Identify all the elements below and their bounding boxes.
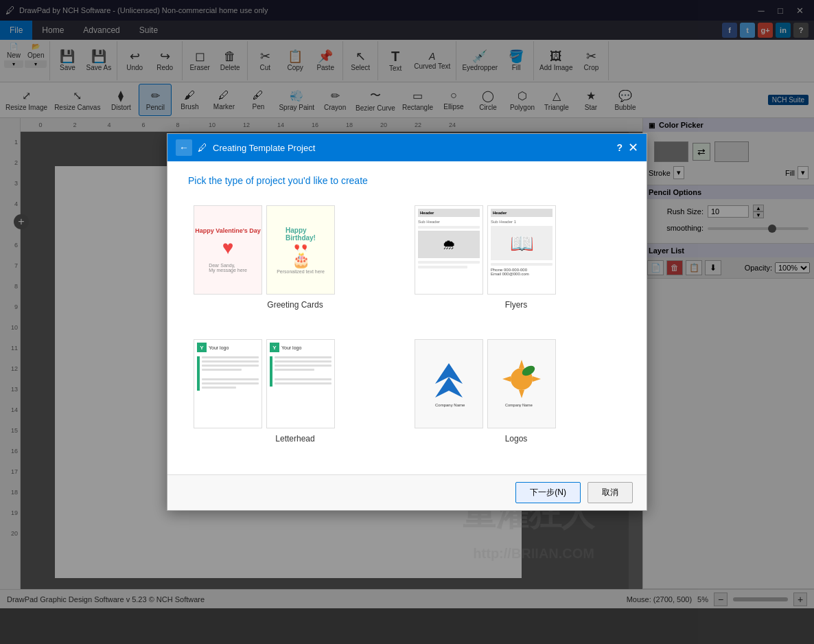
- letterhead-thumb-content-1: Y Your logo: [194, 340, 261, 428]
- letter-line: [202, 369, 242, 371]
- letterhead-label: Letterhead: [194, 434, 397, 444]
- letter-line: [202, 365, 259, 367]
- flyer-thumb-content-1: Header Sub Header 🌧: [415, 206, 482, 294]
- flyer-preview-2: Header Sub Header 1 📖 Phone 000-000-000E…: [488, 206, 555, 294]
- letterhead-preview-2: Y Your logo: [267, 340, 334, 428]
- letter-accent: [197, 356, 200, 391]
- dialog-titlebar: ← 🖊 Creating Template Project ? ✕: [167, 134, 647, 161]
- letter-line: [275, 365, 332, 367]
- dialog-overlay: ← 🖊 Creating Template Project ? ✕ Pick t…: [0, 0, 814, 644]
- flyer-line-4: [491, 263, 553, 266]
- birthday-preview: HappyBirthday! 🎈🎈 🎂 Personalized text he…: [267, 206, 334, 294]
- letter-line: [202, 360, 259, 363]
- flyer-img: 🌧: [418, 231, 480, 258]
- logos-thumbnails: Company Name: [415, 339, 618, 428]
- svg-marker-6: [502, 376, 511, 382]
- letterhead-category[interactable]: Y Your logo: [188, 334, 402, 461]
- flyers-label: Flyers: [415, 300, 618, 310]
- letter-body-2: [270, 356, 332, 387]
- flyer-thumb-1: Header Sub Header 🌧: [415, 205, 483, 295]
- flyers-thumbnails: Header Sub Header 🌧: [415, 205, 618, 295]
- letter-lines-2: [275, 356, 332, 387]
- flyer-line-2: [418, 261, 480, 264]
- letter-logo-1: Y Your logo: [197, 343, 259, 352]
- greeting-thumb-content-2: HappyBirthday! 🎈🎈 🎂 Personalized text he…: [267, 206, 334, 294]
- dialog-content: Pick the type of project you'd like to c…: [167, 161, 647, 474]
- logo-thumb-content-2: Company Name: [488, 340, 555, 428]
- dialog-close-button[interactable]: ✕: [628, 140, 638, 155]
- cake: 🎂: [292, 251, 310, 269]
- dialog-title-right: ? ✕: [616, 140, 638, 155]
- spacer: [202, 373, 259, 378]
- greeting-thumb-1: Happy Valentine's Day ♥ Dear Sandy,My me…: [194, 205, 262, 295]
- svg-marker-5: [519, 390, 524, 398]
- dialog-footer: 下一步(N) 取消: [167, 474, 647, 510]
- logo-thumb-1: Company Name: [415, 339, 483, 428]
- flyer-line-3: [418, 266, 467, 268]
- greeting-cards-thumbnails: Happy Valentine's Day ♥ Dear Sandy,My me…: [194, 205, 397, 295]
- letterhead-thumbnails: Y Your logo: [194, 339, 397, 428]
- flyer-info: Phone 000-000-000Email 000@000.com: [491, 268, 553, 276]
- letter-line: [202, 382, 259, 384]
- flyer-header-2: Header: [491, 209, 553, 217]
- letterhead-thumb-content-2: Y Your logo: [267, 340, 334, 428]
- letter-logo-mark: Y: [197, 343, 207, 352]
- dialog-prompt: Pick the type of project you'd like to c…: [188, 175, 626, 186]
- template-grid: Happy Valentine's Day ♥ Dear Sandy,My me…: [188, 200, 626, 461]
- svg-marker-7: [533, 376, 541, 382]
- letter-logo-mark-2: Y: [270, 343, 279, 352]
- dialog-title: Creating Template Project: [213, 143, 315, 153]
- flyer-line-1: [418, 226, 480, 229]
- flyer-header: Header: [418, 209, 480, 217]
- logo-preview-1: Company Name: [415, 340, 482, 428]
- svg-text:Company Name: Company Name: [435, 403, 465, 407]
- greeting-cards-category[interactable]: Happy Valentine's Day ♥ Dear Sandy,My me…: [188, 200, 402, 327]
- birthday-text: Personalized text here: [277, 269, 325, 274]
- flyer-preview-1: Header Sub Header 🌧: [415, 206, 482, 294]
- sun-logo-svg: Company Name: [500, 358, 544, 410]
- next-button[interactable]: 下一步(N): [515, 482, 581, 503]
- letter-line: [275, 369, 314, 371]
- birthday-title: HappyBirthday!: [286, 227, 316, 242]
- letter-line: [275, 378, 332, 380]
- cancel-button[interactable]: 取消: [588, 482, 633, 503]
- letter-lines: [202, 356, 259, 391]
- flyer-thumb-content-2: Header Sub Header 1 📖 Phone 000-000-000E…: [488, 206, 555, 294]
- svg-marker-4: [519, 360, 524, 368]
- balloons: 🎈🎈: [293, 244, 308, 251]
- greeting-thumb-2: HappyBirthday! 🎈🎈 🎂 Personalized text he…: [266, 205, 335, 295]
- bird-logo-svg: Company Name: [428, 360, 469, 408]
- flyer-thumb-2: Header Sub Header 1 📖 Phone 000-000-000E…: [487, 205, 556, 295]
- dialog-title-left: ← 🖊 Creating Template Project: [176, 139, 315, 156]
- logo-name: Your logo: [209, 345, 229, 350]
- logo-text-2: Y: [272, 345, 276, 351]
- letterhead-preview-1: Y Your logo: [194, 340, 261, 428]
- dialog-help-button[interactable]: ?: [616, 142, 623, 153]
- logo-text: Y: [200, 345, 203, 351]
- greeting-thumb-content-1: Happy Valentine's Day ♥ Dear Sandy,My me…: [194, 206, 261, 294]
- logo-thumb-2: Company Name: [487, 339, 556, 428]
- dialog-back-button[interactable]: ←: [176, 139, 192, 156]
- valentine-title: Happy Valentine's Day: [195, 227, 261, 234]
- valentine-preview: Happy Valentine's Day ♥ Dear Sandy,My me…: [194, 206, 261, 294]
- logo-thumb-content-1: Company Name: [415, 340, 482, 428]
- logo-preview-2: Company Name: [488, 340, 555, 428]
- letterhead-thumb-2: Y Your logo: [266, 339, 335, 428]
- spacer-2: [275, 373, 332, 378]
- valentine-text: Dear Sandy,My message here: [209, 263, 247, 273]
- letter-line: [275, 382, 332, 384]
- flyers-category[interactable]: Header Sub Header 🌧: [409, 200, 623, 327]
- logos-label: Logos: [415, 434, 618, 444]
- heart-shape: ♥: [222, 237, 234, 259]
- letter-body: [197, 356, 259, 391]
- letter-line: [202, 378, 259, 380]
- logos-category[interactable]: Company Name: [409, 334, 623, 461]
- flyer-subtitle: Sub Header: [418, 220, 480, 224]
- svg-text:Company Name: Company Name: [505, 403, 533, 407]
- letter-logo-2: Y Your logo: [270, 343, 332, 352]
- greeting-cards-label: Greeting Cards: [194, 300, 397, 310]
- letter-line: [275, 360, 332, 363]
- flyer-subtitle-2: Sub Header 1: [491, 220, 553, 224]
- letter-accent-2: [270, 356, 272, 387]
- flyer-person: 📖: [491, 226, 553, 260]
